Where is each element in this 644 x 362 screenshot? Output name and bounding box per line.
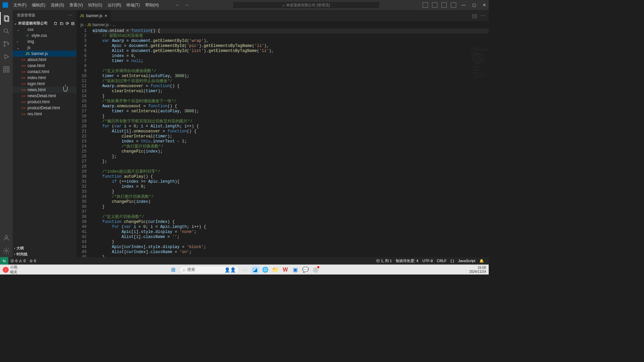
code-line: index = 0, [93,54,489,59]
minimize-button[interactable]: — [462,3,466,7]
debug-icon[interactable] [0,50,13,63]
file-case.html[interactable]: <>case.html [13,63,76,69]
app-icon-1[interactable]: ▣ [291,265,300,274]
menu-item[interactable]: 选择(S) [48,1,67,9]
system-tray-clock[interactable]: 15:08 2024/11/24 [469,266,486,274]
toggle-secondary-icon[interactable] [441,2,447,8]
file-contact.html[interactable]: <>contact.html [13,69,76,75]
command-center-search[interactable]: ⌕ 米诺蛋糕有限公司 [管理员] [232,1,380,9]
menu-item[interactable]: 文件(F) [11,1,29,9]
notifications-icon[interactable]: 🔔 [477,259,486,263]
line-number: 13 [76,89,87,94]
search-placeholder: 搜索 [187,267,195,273]
breadcrumb-segment[interactable]: banner.js [93,22,109,27]
vscode-taskbar-icon[interactable]: ◪ [251,265,260,274]
file-newsDetail.html[interactable]: <>newsDetail.html [13,93,76,99]
refresh-icon[interactable]: ⟳ [66,21,69,26]
file-banner.js[interactable]: JSbanner.js [13,51,76,57]
outline-label: 大纲 [16,246,24,251]
folder-js[interactable]: ⌄js [13,45,76,51]
breadcrumb-segment[interactable]: ... [113,22,116,27]
tab-label: banner.js [86,13,103,18]
breadcrumb-segment[interactable]: js [80,22,84,27]
nav-arrows: ← → [175,2,190,8]
editor-area: JS banner.js × ▯▯ ⋯ js›JSbanner.js›... 1… [76,10,489,257]
menu-item[interactable]: 查看(V) [67,1,86,9]
toggle-sidebar-icon[interactable] [432,2,437,8]
taskbar-search[interactable]: ⌕搜索👤👤 [179,266,239,274]
close-button[interactable]: ✕ [483,3,486,7]
timeline-header[interactable]: ›时间线 [13,251,76,257]
wechat-icon[interactable]: 💬 [301,265,310,274]
svg-point-5 [4,45,5,47]
tab-more-icon[interactable]: ⋯ [481,13,485,18]
breadcrumb[interactable]: js›JSbanner.js›... [76,21,489,28]
encoding[interactable]: UTF-8 [420,259,435,263]
file-res.html[interactable]: <>res.html [13,111,76,117]
tab-banner-js[interactable]: JS banner.js × [76,10,111,21]
accounts-icon[interactable] [0,232,13,244]
line-number: 36 [76,204,87,209]
file-index.html[interactable]: <>index.html [13,75,76,81]
scm-icon[interactable] [0,38,13,50]
toggle-panel-icon[interactable] [423,2,428,8]
line-number: 33 [76,189,87,194]
ports-button[interactable]: ⊙ 0 [28,259,38,263]
file-about.html[interactable]: <>about.html [13,57,76,63]
timeline-label: 时间线 [16,252,28,257]
code-editor[interactable]: 1234567891011121314151617181920212223242… [76,28,489,257]
settings-gear-icon[interactable] [0,244,13,257]
app-icon-2[interactable]: ⬤ [311,265,320,274]
explorer-root[interactable]: ⌄ 米诺蛋糕有限公司 🗋 🗀 ⟳ ⊟ [13,20,76,26]
file-style.css[interactable]: #style.css [13,33,76,39]
weather-widget[interactable]: ! 小雨 明天 [3,265,17,275]
code-line: // 获取html对应标签 [93,34,489,39]
file-productDetail.html[interactable]: <>productDetail.html [13,105,76,111]
code-line: Awarp.onmouseout = function() { [93,104,489,109]
forward-arrow-icon[interactable]: → [184,2,190,8]
menu-item[interactable]: 帮助(H) [143,1,162,9]
explorer-icon[interactable] [0,12,13,25]
outline-header[interactable]: ›大纲 [13,245,76,251]
new-file-icon[interactable]: 🗋 [54,21,58,26]
back-arrow-icon[interactable]: ← [175,2,180,8]
collapse-icon[interactable]: ⊟ [71,21,74,26]
file-label: login.html [28,81,45,86]
search-activity-icon[interactable] [0,25,13,38]
split-editor-icon[interactable]: ▯▯ [472,13,477,18]
menu-item[interactable]: 编辑(E) [29,1,48,9]
file-news.html[interactable]: <>news.html [13,87,76,93]
braces-icon[interactable]: { } [448,259,456,263]
code-line: Apic = document.getElementById('pic').ge… [93,44,489,49]
folder-css[interactable]: ⌄css [13,26,76,33]
file-login.html[interactable]: <>login.html [13,81,76,87]
menu-item[interactable]: 运行(R) [105,1,124,9]
wps-icon[interactable]: W [281,265,290,274]
folder-img[interactable]: ›img [13,39,76,45]
line-number: 15 [76,99,87,104]
cursor-position[interactable]: 行 1, 列 1 [374,258,394,263]
start-button[interactable]: ⊞ [169,265,178,274]
customize-layout-icon[interactable] [451,2,456,8]
problems-button[interactable]: ⓧ 0 ⚠ 0 [8,258,28,263]
chrome-icon[interactable]: 🌐 [261,265,270,274]
eol[interactable]: CRLF [435,259,449,263]
code-line: index = 0; [93,184,489,189]
task-view-icon[interactable]: ▭ [241,265,250,274]
new-folder-icon[interactable]: 🗀 [60,21,64,26]
chevron-icon: ⌄ [17,46,21,50]
code-line: /*鼠标离开整个容器时继续播放下一张*/ [93,99,489,104]
language-mode[interactable]: JavaScript [456,259,477,263]
chevron-down-icon: ⌄ [14,21,17,25]
minimap[interactable]: window.onload = function() { // 获取html对应… [469,47,489,114]
remote-button[interactable]: ⇆ [0,257,8,264]
file-product.html[interactable]: <>product.html [13,99,76,105]
more-icon[interactable]: ⋯ [68,12,72,18]
menu-item[interactable]: 转到(G) [86,1,105,9]
extensions-icon[interactable] [0,63,13,76]
maximize-button[interactable]: ▢ [472,3,476,7]
menu-item[interactable]: 终端(T) [124,1,142,9]
close-tab-icon[interactable]: × [105,13,107,18]
explorer-taskbar-icon[interactable]: 📁 [271,265,280,274]
tab-size[interactable]: 制表符长度: 4 [394,258,420,263]
